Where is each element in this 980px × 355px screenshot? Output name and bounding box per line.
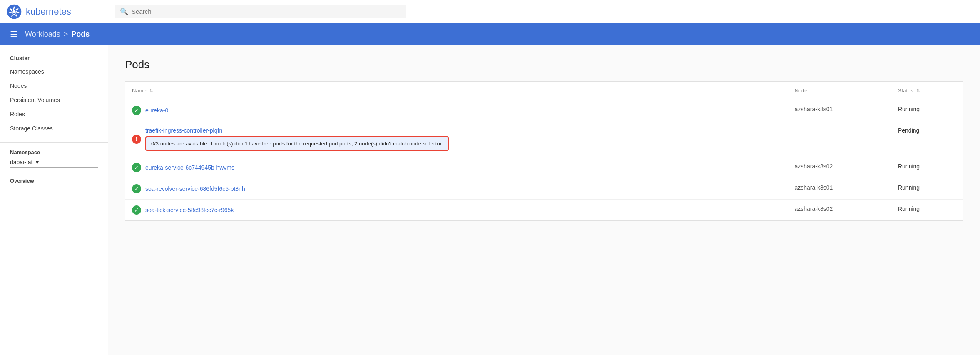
pod-name-col: eureka-service-6c744945b-hwvms xyxy=(145,164,234,171)
status-sort-icon: ⇅ xyxy=(916,88,920,93)
table-row: ✓eureka-0azshara-k8s01Running xyxy=(125,100,963,121)
pod-status-cell: Running xyxy=(891,200,963,221)
pod-status-cell: Running xyxy=(891,157,963,178)
sidebar-item-nodes[interactable]: Nodes xyxy=(0,79,108,93)
pod-name-cell: ✓eureka-0 xyxy=(125,100,788,121)
namespace-select[interactable]: dabai-fat ▾ xyxy=(10,159,98,168)
pod-name-link[interactable]: eureka-service-6c744945b-hwvms xyxy=(145,164,234,171)
breadcrumb: Workloads > Pods xyxy=(25,30,90,39)
name-cell-wrapper: ✓eureka-service-6c744945b-hwvms xyxy=(132,163,781,172)
col-header-node: Node xyxy=(788,82,891,100)
pod-name-cell: !traefik-ingress-controller-plqfn0/3 nod… xyxy=(125,121,788,157)
pod-node-cell: azshara-k8s02 xyxy=(788,200,891,221)
pod-status-cell: Running xyxy=(891,178,963,200)
status-ok-icon: ✓ xyxy=(132,163,141,172)
table-row: !traefik-ingress-controller-plqfn0/3 nod… xyxy=(125,121,963,157)
search-icon: 🔍 xyxy=(120,8,128,15)
namespace-value: dabai-fat xyxy=(10,159,32,165)
sidebar-cluster-title: Cluster xyxy=(0,55,108,65)
pod-status-cell: Running xyxy=(891,100,963,121)
app-title: kubernetes xyxy=(26,6,71,17)
table-row: ✓eureka-service-6c744945b-hwvmsazshara-k… xyxy=(125,157,963,178)
name-cell-wrapper: ✓soa-tick-service-58c98fcc7c-r965k xyxy=(132,205,781,215)
status-ok-icon: ✓ xyxy=(132,106,141,115)
main-content: Pods Name ⇅ Node Status ⇅ xyxy=(108,45,980,355)
sidebar-item-persistent-volumes[interactable]: Persistent Volumes xyxy=(0,93,108,107)
pod-name-cell: ✓eureka-service-6c744945b-hwvms xyxy=(125,157,788,178)
sidebar-item-storage-classes[interactable]: Storage Classes xyxy=(0,121,108,135)
name-cell-wrapper: ✓soa-revolver-service-686fd5f6c5-bt8nh xyxy=(132,184,781,193)
svg-point-2 xyxy=(12,10,15,13)
table-header-row: Name ⇅ Node Status ⇅ xyxy=(125,82,963,100)
pod-name-col: traefik-ingress-controller-plqfn0/3 node… xyxy=(145,127,449,151)
hamburger-menu-icon[interactable]: ☰ xyxy=(8,28,19,41)
search-bar[interactable]: 🔍 xyxy=(115,5,406,18)
kubernetes-logo-icon xyxy=(7,4,22,19)
breadcrumb-current: Pods xyxy=(71,30,90,39)
status-ok-icon: ✓ xyxy=(132,205,141,215)
table-row: ✓soa-tick-service-58c98fcc7c-r965kazshar… xyxy=(125,200,963,221)
search-input[interactable] xyxy=(132,8,401,15)
status-ok-icon: ✓ xyxy=(132,184,141,193)
col-header-name[interactable]: Name ⇅ xyxy=(125,82,788,100)
top-bar: kubernetes 🔍 xyxy=(0,0,980,23)
name-cell-wrapper: ✓eureka-0 xyxy=(132,106,781,115)
col-header-status[interactable]: Status ⇅ xyxy=(891,82,963,100)
pod-name-col: eureka-0 xyxy=(145,107,168,114)
pod-node-cell: azshara-k8s01 xyxy=(788,100,891,121)
namespace-dropdown-icon: ▾ xyxy=(36,159,39,165)
pod-error-message: 0/3 nodes are available: 1 node(s) didn'… xyxy=(145,136,449,151)
pod-name-link[interactable]: soa-tick-service-58c98fcc7c-r965k xyxy=(145,207,234,213)
sidebar-item-namespaces[interactable]: Namespaces xyxy=(0,65,108,79)
status-warn-icon: ! xyxy=(132,135,141,144)
pod-name-link[interactable]: traefik-ingress-controller-plqfn xyxy=(145,127,449,134)
sidebar: Cluster Namespaces Nodes Persistent Volu… xyxy=(0,45,108,355)
pod-name-col: soa-tick-service-58c98fcc7c-r965k xyxy=(145,207,234,213)
sidebar-item-roles[interactable]: Roles xyxy=(0,107,108,121)
pod-name-link[interactable]: eureka-0 xyxy=(145,107,168,114)
pod-node-cell xyxy=(788,121,891,157)
name-cell-wrapper: !traefik-ingress-controller-plqfn0/3 nod… xyxy=(132,127,781,151)
pods-table: Name ⇅ Node Status ⇅ ✓eureka-0azshara-k8… xyxy=(125,81,963,221)
table-row: ✓soa-revolver-service-686fd5f6c5-bt8nhaz… xyxy=(125,178,963,200)
sidebar-namespace-label: Namespace xyxy=(0,149,108,159)
sidebar-divider xyxy=(0,142,108,142)
pod-node-cell: azshara-k8s02 xyxy=(788,157,891,178)
page-title: Pods xyxy=(125,58,963,71)
pod-node-cell: azshara-k8s01 xyxy=(788,178,891,200)
pod-name-link[interactable]: soa-revolver-service-686fd5f6c5-bt8nh xyxy=(145,185,245,192)
pod-name-cell: ✓soa-tick-service-58c98fcc7c-r965k xyxy=(125,200,788,221)
sidebar-overview-title: Overview xyxy=(0,174,108,187)
pod-status-cell: Pending xyxy=(891,121,963,157)
breadcrumb-separator: > xyxy=(64,30,68,39)
logo-area: kubernetes xyxy=(7,4,115,19)
nav-bar: ☰ Workloads > Pods xyxy=(0,23,980,45)
pod-name-cell: ✓soa-revolver-service-686fd5f6c5-bt8nh xyxy=(125,178,788,200)
breadcrumb-parent[interactable]: Workloads xyxy=(25,30,60,39)
name-sort-icon: ⇅ xyxy=(149,88,153,93)
pod-name-col: soa-revolver-service-686fd5f6c5-bt8nh xyxy=(145,185,245,192)
layout: Cluster Namespaces Nodes Persistent Volu… xyxy=(0,45,980,355)
